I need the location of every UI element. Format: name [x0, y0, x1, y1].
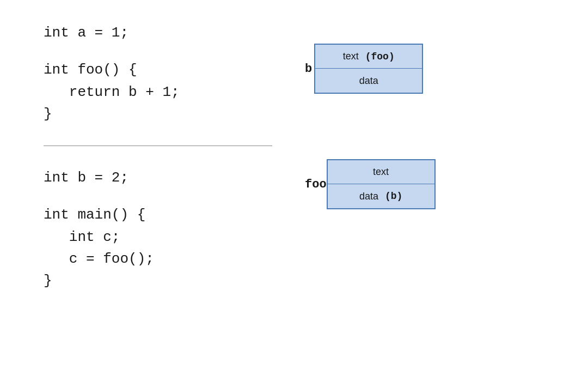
- code-line-4: }: [44, 103, 283, 125]
- diagram-top-row1-text: text: [343, 51, 359, 62]
- diagram-bottom-row2: data (b): [328, 184, 434, 208]
- diagram-top-box: text (foo) data: [314, 44, 423, 94]
- diagram-bottom-row1-text: text: [373, 166, 389, 178]
- diagram-b-label: b: [305, 62, 312, 76]
- code-line-7: int c;: [44, 226, 283, 248]
- diagram-top-row1-bold: (foo): [365, 51, 395, 62]
- code-block-top: int a = 1; int foo() { return b + 1; }: [44, 16, 283, 136]
- main-container: int a = 1; int foo() { return b + 1; } i…: [0, 0, 588, 369]
- diagram-bottom-box: text data (b): [327, 159, 436, 209]
- diagram-top-row2: data: [315, 69, 422, 93]
- code-line-8: c = foo();: [44, 248, 283, 270]
- diagram-top-row1: text (foo): [315, 45, 422, 69]
- diagram-top-row2-text: data: [359, 75, 378, 87]
- diagram-bottom-row1: text: [328, 160, 434, 184]
- diagram-foo-label: foo: [305, 178, 327, 191]
- code-line-2: int foo() {: [44, 59, 283, 81]
- diagram-section: b text (foo) data foo text data (b: [305, 11, 588, 358]
- code-line-6: int main() {: [44, 204, 283, 226]
- code-line-1: int a = 1;: [44, 22, 283, 44]
- code-block-bottom: int b = 2; int main() { int c; c = foo()…: [44, 161, 283, 292]
- code-line-3: return b + 1;: [44, 81, 283, 103]
- diagram-bottom-row2-bold: (b): [385, 191, 402, 202]
- section-divider: [44, 146, 272, 146]
- diagram-bottom-row2-text: data: [359, 191, 378, 202]
- code-line-5: int b = 2;: [44, 167, 283, 189]
- code-line-9: }: [44, 270, 283, 292]
- code-section: int a = 1; int foo() { return b + 1; } i…: [0, 11, 305, 358]
- diagram-foo: b text (foo) data: [305, 44, 423, 94]
- diagram-main: foo text data (b): [305, 159, 436, 209]
